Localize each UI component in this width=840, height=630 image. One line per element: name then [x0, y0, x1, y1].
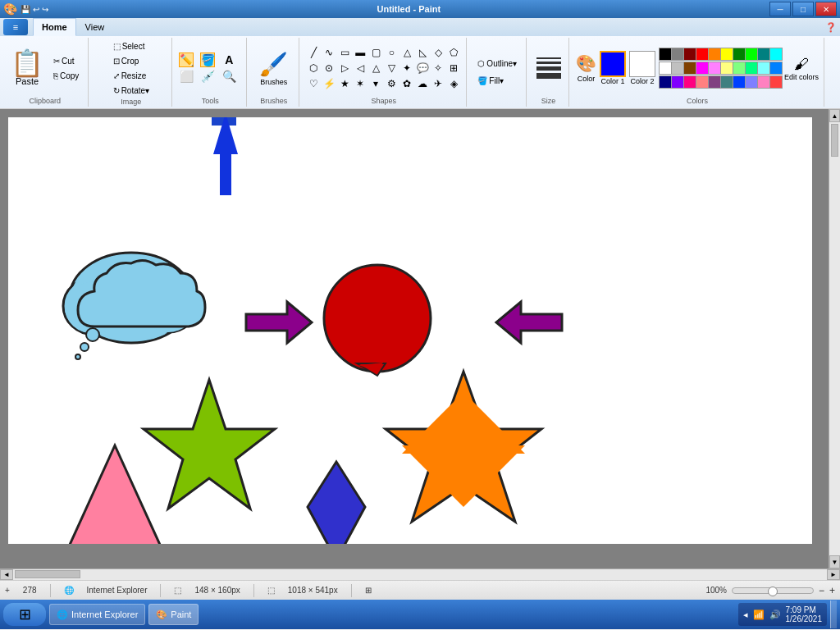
- help-icon[interactable]: ❓: [825, 22, 840, 33]
- edit-colors-label[interactable]: Edit colors: [784, 73, 819, 81]
- color-maroon[interactable]: [683, 48, 696, 61]
- taskbar-paint[interactable]: 🎨 Paint: [148, 604, 199, 625]
- zoom-out-button[interactable]: −: [819, 585, 824, 596]
- color-navy[interactable]: [659, 75, 672, 89]
- shape-arrow-u[interactable]: △: [368, 61, 383, 75]
- color-purple[interactable]: [708, 75, 721, 89]
- horizontal-scrollbar[interactable]: ◄ ►: [0, 568, 840, 580]
- color-white[interactable]: [659, 62, 672, 75]
- pencil-tool[interactable]: ✏️: [179, 52, 194, 67]
- paste-button[interactable]: 📋 Paste: [7, 48, 48, 89]
- shape-star5[interactable]: ★: [337, 76, 352, 91]
- canvas[interactable]: [8, 117, 812, 544]
- close-button[interactable]: ✕: [815, 2, 837, 16]
- canvas-area[interactable]: [0, 109, 829, 568]
- shape-curve[interactable]: ∿: [322, 45, 336, 60]
- shape-arrow-l[interactable]: ◁: [353, 61, 368, 75]
- color-violet[interactable]: [671, 75, 684, 89]
- vertical-scrollbar[interactable]: ▲ ▼: [829, 109, 840, 568]
- shape-extra2[interactable]: ✿: [399, 76, 414, 91]
- show-desktop-btn[interactable]: [830, 600, 837, 628]
- shape-arrow-r[interactable]: ▷: [337, 61, 352, 75]
- color-lightyellow[interactable]: [720, 62, 733, 75]
- tab-view[interactable]: View: [76, 18, 114, 36]
- color-royalblue[interactable]: [733, 75, 746, 89]
- file-menu-button[interactable]: ≡: [3, 19, 28, 35]
- color-darkcyan[interactable]: [720, 75, 733, 89]
- shape-ellipse[interactable]: ○: [384, 45, 399, 60]
- shape-more[interactable]: ▾: [368, 76, 383, 91]
- scroll-right-button[interactable]: ►: [827, 569, 840, 580]
- color-teal[interactable]: [757, 48, 770, 61]
- edit-colors-icon[interactable]: 🖌: [794, 56, 809, 73]
- scroll-track-v[interactable]: [829, 122, 840, 555]
- shape-hex[interactable]: ⬡: [306, 61, 321, 75]
- shape-heart[interactable]: ♡: [306, 76, 321, 91]
- color-lime[interactable]: [745, 48, 758, 61]
- shape-extra3[interactable]: ☁: [415, 76, 430, 91]
- shape-rect2[interactable]: ▬: [353, 45, 368, 60]
- color-brown[interactable]: [683, 62, 696, 75]
- color-magenta[interactable]: [696, 62, 709, 75]
- color-rose[interactable]: [683, 75, 696, 89]
- scroll-up-button[interactable]: ▲: [829, 109, 840, 122]
- shape-line[interactable]: ╱: [306, 45, 321, 60]
- size-4px[interactable]: [536, 73, 561, 79]
- zoom-slider[interactable]: [732, 587, 814, 594]
- maximize-button[interactable]: □: [792, 2, 814, 16]
- scroll-track-h[interactable]: [13, 569, 827, 580]
- color-springgreen[interactable]: [745, 62, 758, 75]
- rotate-button[interactable]: ↻ Rotate▾: [109, 84, 153, 98]
- color1-box[interactable]: [600, 51, 626, 77]
- fill-button[interactable]: 🪣 Fill▾: [473, 74, 521, 88]
- size-3px[interactable]: [536, 66, 561, 71]
- minimize-button[interactable]: ─: [769, 2, 791, 16]
- eraser-tool[interactable]: ⬜: [179, 69, 194, 84]
- brushes-button[interactable]: 🖌️ Brushes: [253, 48, 294, 89]
- shape-callout[interactable]: 💬: [415, 61, 430, 75]
- cut-button[interactable]: ✂ Cut: [49, 54, 83, 68]
- scroll-thumb-h[interactable]: [15, 570, 80, 578]
- color-lightsalmon[interactable]: [696, 75, 709, 89]
- color-hotpink[interactable]: [757, 75, 770, 89]
- shape-extra1[interactable]: ⚙: [384, 76, 399, 91]
- color-black[interactable]: [659, 48, 672, 61]
- shape-star6[interactable]: ✶: [353, 76, 368, 91]
- shape-triangle[interactable]: △: [399, 45, 414, 60]
- color-silver[interactable]: [671, 62, 684, 75]
- color-coral[interactable]: [769, 75, 783, 89]
- resize-button[interactable]: ⤢ Resize: [109, 69, 153, 83]
- shape-oct[interactable]: ⊙: [322, 61, 336, 75]
- color-pink[interactable]: [708, 62, 721, 75]
- color-lightblue[interactable]: [769, 62, 783, 75]
- outline-button[interactable]: ⬡ Outline▾: [473, 57, 521, 71]
- color-red[interactable]: [696, 48, 709, 61]
- color-lightgreen[interactable]: [733, 62, 746, 75]
- color-yellow[interactable]: [720, 48, 733, 61]
- shape-lightning[interactable]: ⚡: [322, 76, 336, 91]
- color-selector-icon[interactable]: 🎨: [576, 53, 596, 73]
- tab-home[interactable]: Home: [33, 18, 76, 36]
- color-periwinkle[interactable]: [745, 75, 758, 89]
- scroll-thumb-v[interactable]: [831, 124, 838, 157]
- size-2px[interactable]: [536, 62, 561, 64]
- shape-extra5[interactable]: ◈: [446, 76, 461, 91]
- start-button[interactable]: ⊞: [3, 603, 46, 626]
- scroll-left-button[interactable]: ◄: [0, 569, 13, 580]
- shape-extra4[interactable]: ✈: [431, 76, 445, 91]
- shape-pentagon[interactable]: ⬠: [446, 45, 461, 60]
- text-tool[interactable]: A: [221, 52, 236, 67]
- scroll-down-button[interactable]: ▼: [829, 555, 840, 568]
- color-green[interactable]: [733, 48, 746, 61]
- color-cyan[interactable]: [769, 48, 783, 61]
- zoom-in-button[interactable]: +: [829, 585, 835, 596]
- color-gray[interactable]: [671, 48, 684, 61]
- color-orange[interactable]: [708, 48, 721, 61]
- shape-arrow-d[interactable]: ▽: [384, 61, 399, 75]
- magnifier-tool[interactable]: 🔍: [221, 69, 236, 84]
- zoom-thumb[interactable]: [768, 587, 778, 596]
- fill-tool[interactable]: 🪣: [200, 52, 215, 67]
- shape-diamond[interactable]: ◇: [431, 45, 445, 60]
- shape-rttriangle[interactable]: ◺: [415, 45, 430, 60]
- tray-arrow[interactable]: ◂: [743, 609, 748, 620]
